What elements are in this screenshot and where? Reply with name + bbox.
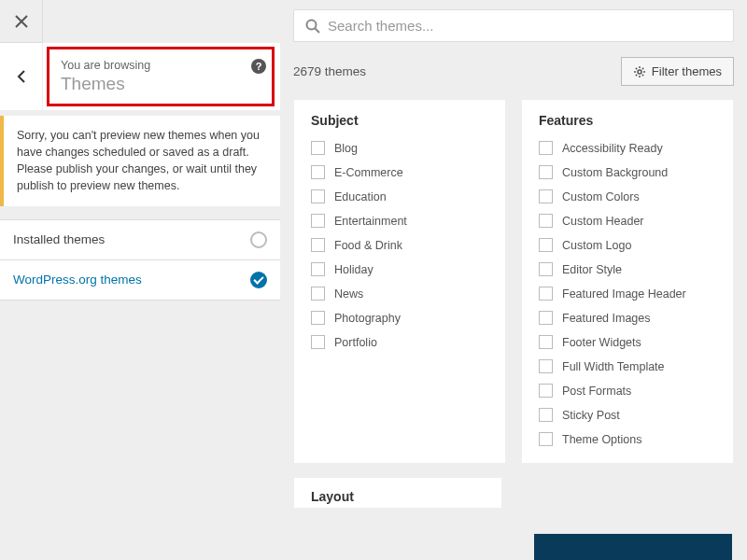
checkbox-icon [539,408,553,422]
filter-group-features: Features Accessibility ReadyCustom Backg… [521,99,734,464]
search-input[interactable] [328,18,722,34]
checkbox-icon [311,238,325,252]
checkbox-icon [539,359,553,373]
filter-label: Portfolio [334,336,377,349]
filter-checkbox-item[interactable]: Holiday [311,262,488,276]
theme-count: 2679 themes [293,64,366,78]
filter-checkbox-item[interactable]: Sticky Post [539,408,716,422]
filter-checkbox-item[interactable]: Footer Widgets [539,335,716,349]
source-label: WordPress.org themes [13,273,142,287]
checkbox-icon [539,214,553,228]
checkbox-icon [539,238,553,252]
checkbox-icon [311,165,325,179]
source-wporg-themes[interactable]: WordPress.org themes [0,260,280,301]
svg-point-2 [638,70,641,74]
filter-label: Entertainment [334,215,407,228]
checkbox-icon [539,287,553,301]
filter-button-label: Filter themes [652,64,722,78]
filter-group-title: Layout [311,489,485,504]
checkbox-icon [311,262,325,276]
checkbox-icon [311,311,325,325]
svg-line-1 [316,28,320,33]
filter-label: Featured Images [562,312,651,325]
checkbox-icon [539,262,553,276]
filter-label: Photography [334,312,401,325]
filter-checkbox-item[interactable]: Accessibility Ready [539,141,716,155]
filter-checkbox-item[interactable]: Portfolio [311,335,488,349]
close-icon [15,15,28,28]
filter-checkbox-item[interactable]: Post Formats [539,384,716,398]
checkbox-icon [311,287,325,301]
filter-label: Custom Background [562,166,668,179]
filter-group-title: Subject [311,113,488,128]
filter-label: Blog [334,142,358,155]
filter-label: Featured Image Header [562,287,686,301]
filter-checkbox-item[interactable]: News [311,287,488,301]
filter-checkbox-item[interactable]: Editor Style [539,262,716,276]
filter-checkbox-item[interactable]: Food & Drink [311,238,488,252]
filter-label: Food & Drink [334,239,402,252]
filter-checkbox-item[interactable]: Custom Colors [539,189,716,203]
checkbox-icon [311,214,325,228]
filter-label: Post Formats [562,385,631,398]
chevron-left-icon [17,69,26,84]
filter-checkbox-item[interactable]: Featured Images [539,311,716,325]
filter-checkbox-item[interactable]: Photography [311,311,488,325]
checkbox-icon [539,165,553,179]
close-button[interactable] [0,0,43,43]
filter-checkbox-item[interactable]: Theme Options [539,432,716,446]
sidebar: You are browsing Themes ? Sorry, you can… [0,0,280,560]
checkbox-icon [539,141,553,155]
filter-checkbox-item[interactable]: Custom Header [539,214,716,228]
filter-label: Footer Widgets [562,336,641,349]
filter-label: News [334,287,363,301]
filter-checkbox-item[interactable]: E-Commerce [311,165,488,179]
browsing-header: You are browsing Themes ? [47,47,275,106]
main-panel: 2679 themes Filter themes Subject BlogE-… [280,0,747,560]
filter-checkbox-item[interactable]: Entertainment [311,214,488,228]
filter-label: Full Width Template [562,360,665,373]
help-icon[interactable]: ? [251,59,266,74]
filter-group-subject: Subject BlogE-CommerceEducationEntertain… [293,99,506,464]
gear-icon [633,65,646,78]
checkbox-icon [539,189,553,203]
checkbox-icon [539,311,553,325]
search-bar[interactable] [293,9,734,42]
warning-notice: Sorry, you can't preview new themes when… [0,116,280,206]
checkbox-icon [311,189,325,203]
filter-checkbox-item[interactable]: Full Width Template [539,359,716,373]
filter-checkbox-item[interactable]: Education [311,189,488,203]
checkbox-icon [311,141,325,155]
filter-checkbox-item[interactable]: Blog [311,141,488,155]
page-title: Themes [61,74,261,94]
source-installed-themes[interactable]: Installed themes [0,220,280,260]
filter-label: Theme Options [562,433,641,446]
back-button[interactable] [0,43,43,110]
filter-checkbox-item[interactable]: Custom Logo [539,238,716,252]
checkbox-icon [311,335,325,349]
checkbox-icon [539,335,553,349]
filter-label: E-Commerce [334,166,403,179]
svg-point-0 [307,20,317,29]
filter-label: Editor Style [562,263,622,276]
filter-label: Accessibility Ready [562,142,663,155]
filter-checkbox-item[interactable]: Featured Image Header [539,287,716,301]
filter-checkbox-item[interactable]: Custom Background [539,165,716,179]
checkbox-icon [539,384,553,398]
radio-unchecked-icon [250,231,267,248]
filter-themes-button[interactable]: Filter themes [621,57,734,86]
filter-group-layout: Layout [293,477,502,509]
theme-preview-thumbnail[interactable] [534,534,732,560]
filter-label: Holiday [334,263,374,276]
radio-checked-icon [250,272,267,288]
checkbox-icon [539,432,553,446]
browsing-label: You are browsing [61,59,261,72]
filter-label: Sticky Post [562,409,620,422]
theme-source-list: Installed themes WordPress.org themes [0,219,280,301]
source-label: Installed themes [13,232,105,246]
filter-group-title: Features [539,113,716,128]
filter-label: Custom Logo [562,239,631,252]
filter-label: Custom Colors [562,190,640,203]
filter-label: Education [334,190,387,203]
filter-label: Custom Header [562,215,644,228]
